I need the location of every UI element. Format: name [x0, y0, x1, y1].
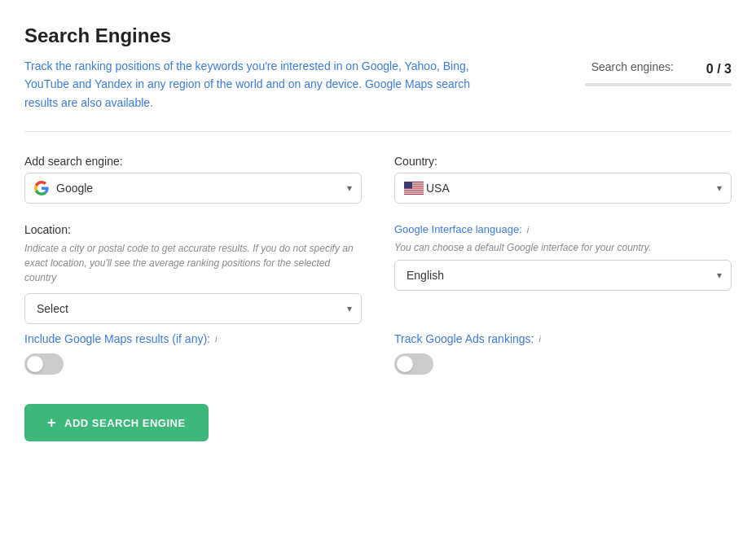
language-label: Google Interface language: [394, 223, 522, 235]
form-grid: Add search engine: Google Yahoo Bing Yo [24, 155, 732, 324]
location-hint: Indicate a city or postal code to get ac… [24, 241, 362, 285]
language-select[interactable]: English Spanish French German [394, 260, 732, 291]
svg-rect-6 [404, 193, 424, 194]
counter-value: 0 / 3 [706, 62, 732, 77]
add-engine-label: Add search engine: [24, 155, 362, 168]
svg-rect-4 [404, 189, 424, 190]
ads-toggle[interactable] [394, 353, 433, 375]
country-group: Country: USA UK [394, 155, 732, 204]
location-label: Location: [24, 223, 362, 236]
page-title: Search Engines [24, 24, 732, 47]
progress-bar-background [585, 83, 732, 86]
country-select[interactable]: USA UK Canada Australia [394, 173, 732, 204]
us-flag-icon [404, 182, 424, 195]
maps-label: Include Google Maps results (if any): [24, 332, 210, 345]
ads-label: Track Google Ads rankings: [394, 332, 534, 345]
maps-toggle[interactable] [24, 353, 64, 375]
maps-info-icon: i [215, 334, 217, 344]
search-engines-counter: Search engines: 0 / 3 [569, 57, 732, 86]
location-group: Location: Indicate a city or postal code… [24, 223, 362, 324]
location-select-wrapper: Select ▾ [24, 293, 362, 324]
main-container: Search Engines Track the ranking positio… [0, 0, 756, 544]
google-logo-icon [34, 181, 49, 195]
svg-rect-5 [404, 191, 424, 191]
language-info-icon: i [527, 225, 529, 235]
ads-toggle-knob [397, 356, 413, 372]
maps-toggle-group: Include Google Maps results (if any): i [24, 332, 362, 375]
description-text: Track the ranking positions of the keywo… [24, 57, 481, 112]
location-select[interactable]: Select [24, 293, 362, 324]
add-button-label: ADD SEARCH ENGINE [64, 417, 186, 429]
svg-rect-7 [404, 182, 412, 189]
country-select-wrapper: USA UK Canada Australia ▾ [394, 173, 732, 204]
language-group: Google Interface language: i You can cho… [394, 223, 732, 324]
divider [24, 131, 732, 132]
add-search-engine-button[interactable]: + ADD SEARCH ENGINE [24, 404, 209, 441]
add-engine-select[interactable]: Google Yahoo Bing YouTube Yandex [24, 173, 362, 204]
add-engine-select-wrapper: Google Yahoo Bing YouTube Yandex ▾ [24, 173, 362, 204]
add-plus-icon: + [47, 415, 56, 430]
country-label: Country: [394, 155, 732, 168]
add-engine-group: Add search engine: Google Yahoo Bing Yo [24, 155, 362, 204]
counter-label: Search engines: [591, 60, 674, 73]
ads-info-icon: i [538, 334, 540, 344]
description-row: Track the ranking positions of the keywo… [24, 57, 732, 112]
toggle-section: Include Google Maps results (if any): i … [24, 332, 732, 375]
language-select-wrapper: English Spanish French German ▾ [394, 260, 732, 291]
language-hint: You can choose a default Google interfac… [394, 240, 732, 255]
maps-toggle-knob [27, 356, 43, 372]
ads-toggle-group: Track Google Ads rankings: i [394, 332, 732, 375]
